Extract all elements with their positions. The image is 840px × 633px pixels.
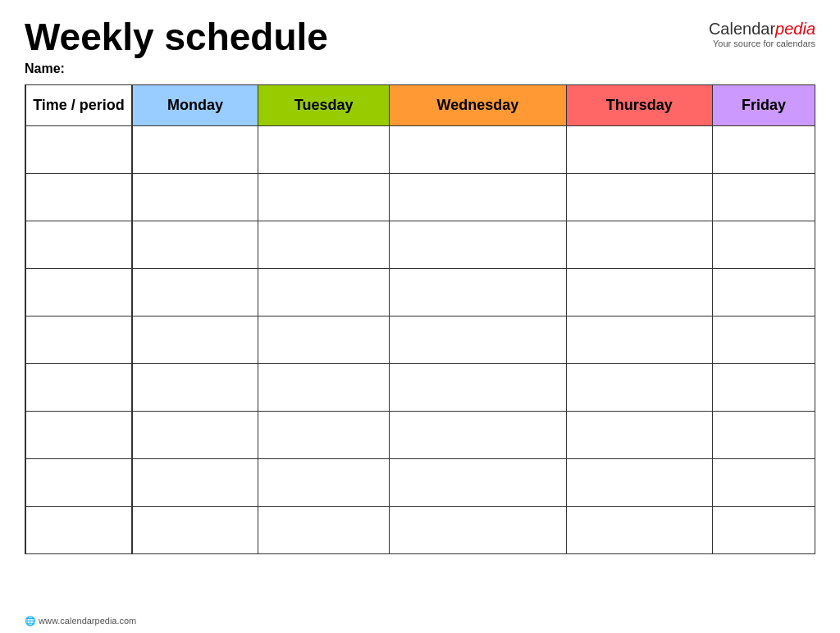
cell-wednesday[interactable]: [390, 221, 566, 268]
cell-thursday[interactable]: [566, 363, 712, 411]
col-header-monday: Monday: [132, 84, 258, 125]
cell-wednesday[interactable]: [390, 125, 566, 173]
footer: 🌐 www.calendarpedia.com: [25, 616, 136, 626]
cell-monday[interactable]: [132, 268, 258, 316]
cell-friday[interactable]: [713, 411, 815, 458]
cell-monday[interactable]: [132, 173, 258, 221]
time-cell[interactable]: [25, 221, 132, 268]
cell-tuesday[interactable]: [258, 125, 390, 173]
time-cell[interactable]: [25, 316, 132, 363]
schedule-table: Time / period Monday Tuesday Wednesday T…: [25, 84, 815, 554]
cell-wednesday[interactable]: [390, 268, 566, 316]
time-cell[interactable]: [25, 363, 132, 411]
cell-thursday[interactable]: [566, 125, 712, 173]
table-row: [25, 221, 815, 268]
table-row: [25, 316, 815, 363]
cell-tuesday[interactable]: [258, 363, 390, 411]
time-cell[interactable]: [25, 506, 132, 553]
table-row: [25, 125, 815, 173]
header-row: Time / period Monday Tuesday Wednesday T…: [25, 84, 815, 125]
cell-monday[interactable]: [132, 458, 258, 506]
cell-monday[interactable]: [132, 221, 258, 268]
cell-tuesday[interactable]: [258, 268, 390, 316]
col-header-thursday: Thursday: [566, 84, 712, 125]
table-row: [25, 458, 815, 506]
table-row: [25, 363, 815, 411]
logo: Calendarpedia: [709, 20, 815, 39]
cell-tuesday[interactable]: [258, 316, 390, 363]
page: Weekly schedule Name: Calendarpedia Your…: [0, 0, 840, 562]
cell-friday[interactable]: [713, 506, 815, 553]
cell-tuesday[interactable]: [258, 458, 390, 506]
cell-friday[interactable]: [713, 173, 815, 221]
cell-thursday[interactable]: [566, 411, 712, 458]
time-cell[interactable]: [25, 173, 132, 221]
cell-friday[interactable]: [713, 363, 815, 411]
cell-thursday[interactable]: [566, 221, 712, 268]
logo-section: Calendarpedia Your source for calendars: [709, 16, 815, 48]
cell-friday[interactable]: [713, 268, 815, 316]
cell-tuesday[interactable]: [258, 506, 390, 553]
table-row: [25, 173, 815, 221]
cell-friday[interactable]: [713, 458, 815, 506]
cell-wednesday[interactable]: [390, 173, 566, 221]
table-row: [25, 411, 815, 458]
logo-pedia-text: pedia: [775, 20, 815, 38]
cell-wednesday[interactable]: [390, 316, 566, 363]
cell-tuesday[interactable]: [258, 173, 390, 221]
footer-url: 🌐 www.calendarpedia.com: [25, 616, 136, 626]
cell-monday[interactable]: [132, 506, 258, 553]
cell-monday[interactable]: [132, 411, 258, 458]
page-title: Weekly schedule: [25, 16, 328, 58]
cell-thursday[interactable]: [566, 173, 712, 221]
col-header-tuesday: Tuesday: [258, 84, 390, 125]
cell-wednesday[interactable]: [390, 411, 566, 458]
cell-friday[interactable]: [713, 221, 815, 268]
col-header-friday: Friday: [713, 84, 815, 125]
cell-wednesday[interactable]: [390, 363, 566, 411]
name-label: Name:: [25, 61, 328, 76]
col-header-time: Time / period: [25, 84, 132, 125]
time-cell[interactable]: [25, 458, 132, 506]
col-header-wednesday: Wednesday: [390, 84, 566, 125]
cell-tuesday[interactable]: [258, 411, 390, 458]
time-cell[interactable]: [25, 411, 132, 458]
table-row: [25, 506, 815, 553]
cell-monday[interactable]: [132, 316, 258, 363]
table-row: [25, 268, 815, 316]
cell-friday[interactable]: [713, 125, 815, 173]
cell-thursday[interactable]: [566, 506, 712, 553]
time-cell[interactable]: [25, 268, 132, 316]
cell-wednesday[interactable]: [390, 458, 566, 506]
cell-monday[interactable]: [132, 363, 258, 411]
cell-wednesday[interactable]: [390, 506, 566, 553]
time-cell[interactable]: [25, 125, 132, 173]
header-area: Weekly schedule Name: Calendarpedia Your…: [25, 16, 815, 76]
cell-friday[interactable]: [713, 316, 815, 363]
cell-thursday[interactable]: [566, 268, 712, 316]
schedule-body: [25, 125, 815, 553]
cell-tuesday[interactable]: [258, 221, 390, 268]
title-section: Weekly schedule Name:: [25, 16, 328, 76]
cell-monday[interactable]: [132, 125, 258, 173]
cell-thursday[interactable]: [566, 458, 712, 506]
logo-calendar-text: Calendar: [709, 20, 775, 38]
cell-thursday[interactable]: [566, 316, 712, 363]
logo-tagline: Your source for calendars: [709, 39, 815, 48]
